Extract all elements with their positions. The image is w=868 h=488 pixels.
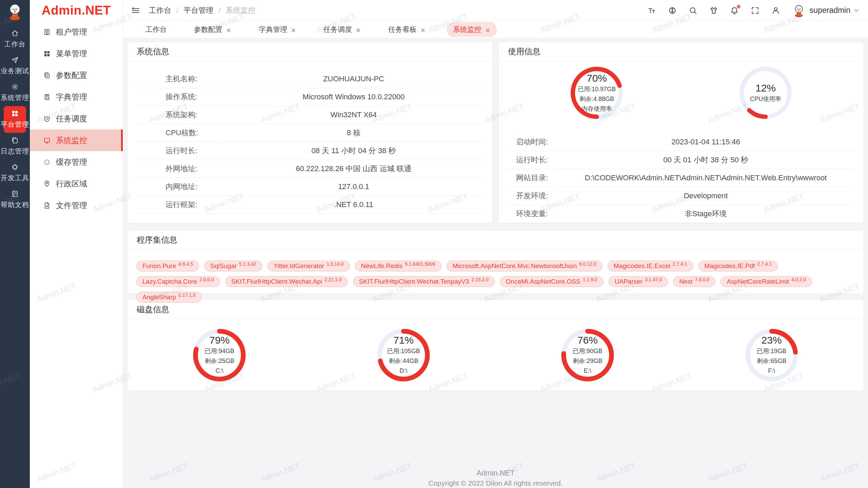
assembly-name: SKIT.FlurlHttpClient.Wechat.Api bbox=[231, 278, 322, 285]
tab-label: 工作台 bbox=[145, 25, 167, 34]
breadcrumb-item-1[interactable]: 平台管理 bbox=[183, 5, 213, 16]
theme-icon[interactable] bbox=[709, 6, 718, 15]
main-area: 工作台/平台管理/系统监控 superadmin 工作台参数配置字典管理任务调度… bbox=[123, 0, 868, 488]
sidebar-item-7[interactable]: 行政区域 bbox=[30, 173, 123, 195]
assembly-tag: AngleSharp0.17.1.0 bbox=[136, 292, 202, 303]
gauge-percent: 12% bbox=[755, 82, 776, 94]
rail-item-2[interactable]: 系统管理 bbox=[0, 79, 30, 106]
app-logo-text[interactable]: Admin.NET bbox=[30, 0, 123, 21]
notification-dot bbox=[737, 5, 741, 8]
close-icon[interactable] bbox=[420, 27, 426, 33]
info-row-value: ZUOHUAIJUN-PC bbox=[224, 70, 483, 88]
close-icon[interactable] bbox=[355, 27, 361, 33]
font-size-icon[interactable] bbox=[647, 6, 656, 15]
gauge-percent: 23% bbox=[762, 334, 782, 346]
disk-info-title: 磁盘信息 bbox=[127, 300, 864, 319]
gauge-label: CPU使用率 bbox=[750, 94, 781, 104]
info-row: 网站目录:D:\CODEWORK\Admin.NET\Admin.NET\Adm… bbox=[508, 169, 854, 187]
chevron-down-icon[interactable] bbox=[853, 7, 860, 14]
gauge-76: 76%已用:90GB剩余:29GBE:\ bbox=[561, 329, 614, 382]
sidebar-item-4[interactable]: 任务调度 bbox=[30, 108, 123, 129]
rail-item-6[interactable]: 帮助文档 bbox=[0, 186, 30, 213]
sidebar-item-6[interactable]: 缓存管理 bbox=[30, 151, 123, 173]
assembly-tag: Yitter.IdGenerator1.0.14.0 bbox=[268, 261, 350, 271]
breadcrumb-item-2[interactable]: 系统监控 bbox=[225, 5, 255, 16]
person-icon[interactable] bbox=[771, 6, 780, 15]
info-row-value: 127.0.0.1 bbox=[224, 178, 483, 196]
menu-fold-icon[interactable] bbox=[131, 6, 140, 15]
breadcrumb-separator: / bbox=[218, 6, 220, 15]
file-icon bbox=[43, 202, 51, 209]
rail-item-4[interactable]: 日志管理 bbox=[0, 133, 30, 160]
info-row-value: 2023-01-04 11:15:46 bbox=[557, 133, 854, 151]
fullscreen-icon[interactable] bbox=[751, 6, 760, 15]
rail-item-3[interactable]: 平台管理 bbox=[4, 106, 26, 133]
breadcrumb: 工作台/平台管理/系统监控 bbox=[149, 5, 255, 16]
info-row-label: 环境变量: bbox=[508, 205, 556, 223]
breadcrumb-item-0[interactable]: 工作台 bbox=[149, 5, 171, 16]
gauge-text: 12%CPU使用率 bbox=[739, 66, 792, 119]
sidebar-nav: 租户管理菜单管理参数配置字典管理任务调度系统监控缓存管理行政区域文件管理 bbox=[30, 21, 123, 216]
info-row: CPU核数:8 核 bbox=[137, 124, 483, 142]
info-row: 启动时间:2023-01-04 11:15:46 bbox=[508, 133, 854, 151]
sidebar-item-2[interactable]: 参数配置 bbox=[30, 64, 123, 86]
tab-3[interactable]: 任务调度 bbox=[317, 22, 367, 37]
info-row: 环境变量:非Stage环境 bbox=[508, 205, 854, 223]
tab-2[interactable]: 字典管理 bbox=[253, 22, 302, 37]
sidebar-item-label: 任务调度 bbox=[56, 114, 87, 124]
gauge-label: 已用:10.97GB bbox=[578, 84, 616, 94]
system-info-card: 系统信息 主机名称:ZUOHUAIJUN-PC操作系统:Microsoft Wi… bbox=[127, 42, 493, 223]
sidebar-item-label: 租户管理 bbox=[56, 27, 87, 37]
app-logo-mascot[interactable] bbox=[6, 3, 24, 21]
info-row-value: Win32NT X64 bbox=[224, 106, 483, 124]
assembly-version: 2.7.4.1 bbox=[673, 261, 687, 267]
notebook-icon bbox=[11, 190, 19, 198]
assembly-version: 0.17.1.0 bbox=[178, 292, 196, 298]
close-icon[interactable] bbox=[291, 27, 296, 33]
avatar[interactable] bbox=[792, 4, 806, 17]
rail-item-5[interactable]: 开发工具 bbox=[0, 160, 30, 186]
assembly-name: Magicodes.IE.Excel bbox=[614, 262, 670, 270]
current-user[interactable]: superadmin bbox=[810, 6, 850, 15]
rail-item-1[interactable]: 业务测试 bbox=[0, 53, 30, 79]
info-row-label: 主机名称: bbox=[137, 70, 223, 88]
sidebar-item-5[interactable]: 系统监控 bbox=[30, 129, 123, 151]
search-icon[interactable] bbox=[689, 6, 697, 15]
sidebar-item-8[interactable]: 文件管理 bbox=[30, 195, 123, 216]
assembly-tag: Lazy.Captcha.Core2.0.0.0 bbox=[136, 276, 220, 287]
cache-icon bbox=[43, 158, 51, 166]
system-info-table: 主机名称:ZUOHUAIJUN-PC操作系统:Microsoft Windows… bbox=[137, 70, 483, 214]
rail-nav: 工作台业务测试系统管理平台管理日志管理开发工具帮助文档 bbox=[0, 26, 30, 213]
grid-icon bbox=[11, 109, 19, 118]
info-row-value: Microsoft Windows 10.0.22000 bbox=[224, 88, 483, 106]
tab-0[interactable]: 工作台 bbox=[139, 22, 173, 37]
assembly-tag: SKIT.FlurlHttpClient.Wechat.Api2.21.1.0 bbox=[225, 276, 348, 287]
sidebar-item-0[interactable]: 租户管理 bbox=[30, 21, 123, 43]
gauge-text: 76%已用:90GB剩余:29GBE:\ bbox=[561, 329, 614, 382]
gauge-percent: 79% bbox=[209, 334, 230, 346]
info-row-label: 运行时长: bbox=[137, 142, 223, 160]
info-row-value: 非Stage环境 bbox=[557, 205, 854, 223]
tab-4[interactable]: 任务看板 bbox=[382, 22, 432, 37]
sidebar-item-1[interactable]: 菜单管理 bbox=[30, 43, 123, 64]
sidebar-item-3[interactable]: 字典管理 bbox=[30, 86, 123, 108]
sidebar-item-label: 系统监控 bbox=[56, 135, 87, 146]
rail-item-0[interactable]: 工作台 bbox=[0, 26, 30, 53]
gear-icon bbox=[11, 83, 19, 91]
bell-icon[interactable] bbox=[730, 6, 739, 15]
gauge-79: 79%已用:94GB剩余:25GBC:\ bbox=[193, 329, 246, 382]
tab-5[interactable]: 系统监控 bbox=[447, 22, 497, 37]
sidebar-item-label: 缓存管理 bbox=[56, 157, 87, 167]
info-row-value: .NET 6.0.11 bbox=[224, 196, 483, 214]
copy-icon bbox=[11, 136, 19, 144]
assembly-name: Microsoft.AspNetCore.Mvc.NewtonsoftJson bbox=[453, 262, 577, 270]
breadcrumb-separator: / bbox=[176, 6, 178, 15]
close-icon[interactable] bbox=[485, 27, 491, 33]
tab-1[interactable]: 参数配置 bbox=[188, 22, 238, 37]
assembly-name: UAParser bbox=[615, 278, 643, 285]
language-icon[interactable] bbox=[668, 6, 677, 15]
info-row-label: 启动时间: bbox=[508, 133, 556, 151]
close-icon[interactable] bbox=[226, 27, 232, 33]
sidebar-item-label: 字典管理 bbox=[56, 92, 87, 102]
assembly-version: 2.7.4.1 bbox=[757, 261, 772, 267]
